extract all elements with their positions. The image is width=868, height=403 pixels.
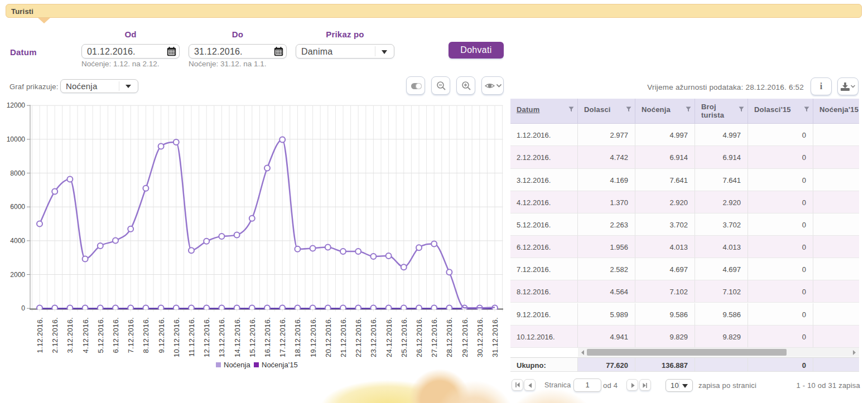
svg-text:Noćenja'15: Noćenja'15 [262,361,298,369]
svg-text:22.12.2016.: 22.12.2016. [354,317,363,357]
svg-text:7.12.2016.: 7.12.2016. [127,317,135,353]
svg-text:17.12.2016.: 17.12.2016. [278,317,287,357]
svg-text:1.12.2016.: 1.12.2016. [36,317,44,353]
svg-text:9.12.2016.: 9.12.2016. [157,317,166,353]
svg-text:15.12.2016.: 15.12.2016. [248,317,257,357]
svg-text:2.12.2016.: 2.12.2016. [51,317,59,353]
svg-text:20.12.2016.: 20.12.2016. [324,317,332,357]
svg-text:16.12.2016.: 16.12.2016. [263,317,272,357]
svg-text:8.12.2016.: 8.12.2016. [142,317,150,353]
svg-text:6000: 6000 [10,203,25,211]
svg-text:19.12.2016.: 19.12.2016. [309,317,317,357]
svg-text:12.12.2016.: 12.12.2016. [202,317,211,357]
svg-text:0: 0 [21,304,25,312]
svg-text:23.12.2016.: 23.12.2016. [369,317,378,357]
svg-text:25.12.2016.: 25.12.2016. [400,317,408,357]
svg-text:21.12.2016.: 21.12.2016. [339,317,348,357]
svg-text:Noćenja: Noćenja [224,361,250,369]
svg-text:27.12.2016.: 27.12.2016. [430,317,438,357]
svg-text:8000: 8000 [10,169,25,177]
svg-text:11.12.2016.: 11.12.2016. [187,317,196,357]
svg-text:31.12.2016.: 31.12.2016. [491,317,499,357]
svg-text:3.12.2016.: 3.12.2016. [66,317,74,353]
svg-text:18.12.2016.: 18.12.2016. [293,317,302,357]
svg-text:4.12.2016.: 4.12.2016. [81,317,90,353]
svg-text:10000: 10000 [7,135,26,143]
svg-text:5.12.2016.: 5.12.2016. [97,317,105,353]
svg-text:12000: 12000 [7,101,26,109]
svg-text:10.12.2016.: 10.12.2016. [172,317,181,357]
svg-text:26.12.2016.: 26.12.2016. [415,317,423,357]
svg-text:4000: 4000 [10,237,25,245]
svg-text:24.12.2016.: 24.12.2016. [385,317,393,357]
svg-text:14.12.2016.: 14.12.2016. [233,317,242,357]
svg-text:30.12.2016.: 30.12.2016. [476,317,484,357]
svg-text:2000: 2000 [10,271,25,279]
svg-text:28.12.2016.: 28.12.2016. [445,317,454,357]
svg-text:6.12.2016.: 6.12.2016. [112,317,120,353]
svg-text:13.12.2016.: 13.12.2016. [218,317,226,357]
svg-text:29.12.2016.: 29.12.2016. [461,317,469,357]
